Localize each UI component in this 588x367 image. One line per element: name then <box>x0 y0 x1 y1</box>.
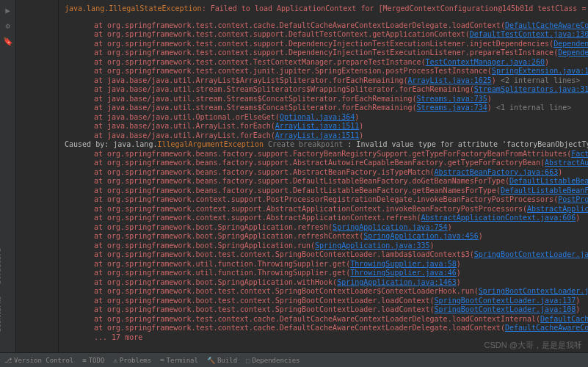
run-icon[interactable]: ▶ <box>0 6 15 15</box>
status-bar: ⎇Version Control ≡TODO ⚠Problems ⌨Termin… <box>0 352 588 367</box>
source-link[interactable]: AbstractApplicationContext.java:606 <box>421 214 576 222</box>
source-link[interactable]: SpringApplication.java:754 <box>333 223 448 231</box>
source-link[interactable]: ArrayList.java:1511 <box>275 122 359 130</box>
source-link[interactable]: DependencyInjectionTestExecutionListener… <box>553 40 588 48</box>
source-link[interactable]: DefaultTestContext.java:130 <box>470 30 588 38</box>
tab-dependencies[interactable]: ⬚Dependencies <box>246 357 300 364</box>
stack-frame: at org.springframework.beans.factory.sup… <box>65 150 582 159</box>
source-link[interactable]: Optional.java:364 <box>280 113 355 121</box>
stack-frame: at org.springframework.test.context.supp… <box>65 48 582 58</box>
editor-gutter <box>16 0 59 367</box>
settings-icon[interactable]: ⚙ <box>0 21 15 31</box>
stack-frame: at org.springframework.test.context.supp… <box>65 40 582 49</box>
stack-frame: at org.springframework.util.function.Thr… <box>65 269 582 278</box>
stack-frame: at java.base/java.util.ArrayList.forEach… <box>65 131 582 141</box>
stack-frame: at org.springframework.beans.factory.sup… <box>65 177 582 186</box>
stack-frame: at org.springframework.beans.factory.sup… <box>65 168 582 178</box>
stack-frame: at org.springframework.boot.test.context… <box>65 287 582 297</box>
stack-frame: at org.springframework.context.support.P… <box>65 195 582 205</box>
tab-version-control[interactable]: ⎇Version Control <box>4 357 73 364</box>
stack-frame: at org.springframework.test.context.cach… <box>65 324 582 333</box>
source-link[interactable]: ThrowingSupplier.java:46 <box>350 269 457 277</box>
sidebar-tab-bookmarks[interactable]: Bookmarks Structure <box>0 248 2 332</box>
source-link[interactable]: DefaultCacheAwareContextLoaderDelegate.j… <box>505 324 588 332</box>
source-link[interactable]: ArrayList.java:1511 <box>275 131 359 139</box>
stack-frame: at org.springframework.util.function.Thr… <box>65 260 582 269</box>
tab-problems[interactable]: ⚠Problems <box>113 357 151 364</box>
stack-frame: at java.base/java.util.stream.StreamSpli… <box>65 85 582 95</box>
source-link[interactable]: SpringApplication.java:1463 <box>337 278 457 286</box>
stack-frame: at org.springframework.boot.test.context… <box>65 250 582 260</box>
stack-frame: at org.springframework.context.support.A… <box>65 214 582 223</box>
stack-frame: at java.base/java.util.ArrayList.forEach… <box>65 122 582 131</box>
source-link[interactable]: SpringExtension.java:163 <box>492 67 588 75</box>
source-link[interactable]: Streams.java:734 <box>417 103 487 112</box>
stack-frame: at org.springframework.test.context.cach… <box>65 315 582 324</box>
source-link[interactable]: DefaultListableBeanFactory.java:575 <box>509 177 588 185</box>
exception-header: java.lang.IllegalStateException: Failed … <box>65 4 582 14</box>
source-link[interactable]: SpringApplication.java:456 <box>363 232 479 240</box>
source-link[interactable]: Streams.java:735 <box>417 95 487 103</box>
source-link[interactable]: StreamSpliterators.java:310 <box>474 85 588 93</box>
stack-frame: at org.springframework.boot.SpringApplic… <box>65 223 582 233</box>
stack-frame: at org.springframework.boot.SpringApplic… <box>65 278 582 288</box>
source-link[interactable]: DefaultCacheAwareContextLoaderDelegate.j… <box>505 21 588 29</box>
source-link[interactable]: DependencyInjectionTestExecutionListener… <box>558 48 588 57</box>
stack-frame: at java.base/java.util.ArrayList$ArrayLi… <box>65 76 582 86</box>
stack-frame: at java.base/java.util.stream.Streams$Co… <box>65 103 582 113</box>
stack-frame: at org.springframework.beans.factory.sup… <box>65 186 582 196</box>
tab-build[interactable]: 🔨Build <box>207 357 237 364</box>
source-link[interactable]: SpringBootContextLoader.java:137 <box>474 250 588 258</box>
source-link[interactable]: SpringBootContextLoader.java:553 <box>479 287 588 295</box>
source-link[interactable]: DefaultListableBeanFactory.java:534 <box>501 186 588 195</box>
caused-by-line: Caused by: java.lang.IllegalArgumentExce… <box>65 140 582 150</box>
source-link[interactable]: DefaultCacheAwareContextLoaderDelegate.j… <box>540 315 588 323</box>
source-link[interactable]: AbstractApplicationContext.java:788 <box>527 205 588 213</box>
stack-frame: at org.springframework.context.support.A… <box>65 205 582 214</box>
tool-window-bar: ▶ ⚙ 🔖 <box>0 0 16 367</box>
watermark-text: CSDN @大哥，是是是我呀 <box>484 340 582 351</box>
source-link[interactable]: SpringApplication.java:335 <box>315 241 430 250</box>
stack-frame: at org.springframework.beans.factory.sup… <box>65 159 582 168</box>
tab-todo[interactable]: ≡TODO <box>82 357 104 364</box>
bookmark-icon[interactable]: 🔖 <box>0 37 15 46</box>
source-link[interactable]: SpringBootContextLoader.java:137 <box>435 297 576 305</box>
stack-frame: at org.springframework.boot.test.context… <box>65 305 582 315</box>
stack-frame: at java.base/java.util.Optional.orElseGe… <box>65 113 582 123</box>
source-link[interactable]: AbstractBeanFactory.java:663 <box>435 168 559 176</box>
stack-frame: at org.springframework.test.context.juni… <box>65 67 582 76</box>
stack-frame: at org.springframework.test.context.supp… <box>65 30 582 40</box>
stack-frame: at org.springframework.boot.SpringApplic… <box>65 232 582 241</box>
source-link[interactable]: ThrowingSupplier.java:58 <box>350 260 457 268</box>
source-link[interactable]: FactoryBeanRegistrySupport.java:86 <box>571 150 588 158</box>
stack-frame: at org.springframework.boot.SpringApplic… <box>65 241 582 251</box>
source-link[interactable]: SpringBootContextLoader.java:108 <box>435 305 576 313</box>
tab-terminal[interactable]: ⌨Terminal <box>160 357 198 364</box>
source-link[interactable]: ArrayList.java:1625 <box>407 76 491 84</box>
stack-frame: at java.base/java.util.stream.Streams$Co… <box>65 95 582 104</box>
stack-frame: at org.springframework.test.context.Test… <box>65 58 582 68</box>
stack-frame: at org.springframework.test.context.cach… <box>65 21 582 31</box>
console-output[interactable]: java.lang.IllegalStateException: Failed … <box>59 0 588 352</box>
create-breakpoint-link[interactable]: Create breakpoint <box>264 140 347 148</box>
stack-frame: at org.springframework.boot.test.context… <box>65 297 582 306</box>
source-link[interactable]: AbstractAutowireCapableBeanFactory.java:… <box>545 159 588 167</box>
source-link[interactable]: TestContextManager.java:260 <box>426 58 545 66</box>
source-link[interactable]: PostProcessorRegistrationDelegate.java:1… <box>558 195 588 203</box>
